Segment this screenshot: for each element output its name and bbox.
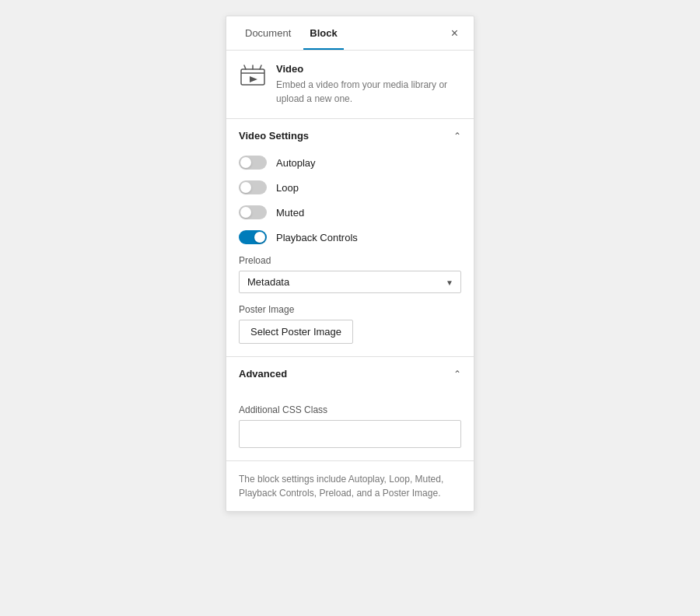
block-desc-text: Embed a video from your media library or… — [276, 78, 461, 106]
video-settings-header[interactable]: Video Settings ⌃ — [226, 119, 474, 152]
playback-controls-label: Playback Controls — [276, 232, 358, 243]
css-class-input[interactable] — [239, 420, 461, 448]
preload-select[interactable]: Metadata Auto None — [239, 271, 461, 293]
video-settings-content: Autoplay Loop Muted — [226, 152, 474, 356]
preload-select-wrapper: Metadata Auto None ▼ — [239, 271, 461, 293]
tab-block[interactable]: Block — [303, 18, 343, 50]
video-settings-title: Video Settings — [239, 130, 309, 142]
tab-document[interactable]: Document — [239, 18, 297, 50]
css-class-group: Additional CSS Class — [239, 404, 461, 448]
loop-row: Loop — [239, 180, 461, 194]
muted-thumb — [240, 207, 251, 218]
close-button[interactable]: × — [448, 24, 461, 43]
muted-toggle[interactable] — [239, 205, 267, 219]
loop-track — [239, 180, 267, 194]
settings-panel: Document Block × Video Embed a video fro… — [226, 16, 474, 512]
css-class-label: Additional CSS Class — [239, 404, 461, 415]
advanced-section: Advanced ⌃ Additional CSS Class — [226, 357, 474, 461]
chevron-up-icon: ⌃ — [453, 131, 461, 142]
block-title: Video — [276, 63, 461, 75]
loop-toggle[interactable] — [239, 180, 267, 194]
playback-controls-row: Playback Controls — [239, 230, 461, 244]
loop-label: Loop — [276, 182, 299, 194]
video-icon — [239, 63, 267, 91]
poster-image-group: Poster Image Select Poster Image — [239, 304, 461, 344]
autoplay-track — [239, 156, 267, 170]
muted-row: Muted — [239, 205, 461, 219]
advanced-header[interactable]: Advanced ⌃ — [226, 357, 474, 390]
video-settings-section: Video Settings ⌃ Autoplay — [226, 119, 474, 357]
svg-marker-1 — [250, 76, 257, 82]
autoplay-toggle[interactable] — [239, 156, 267, 170]
block-info: Video Embed a video from your media libr… — [226, 51, 474, 119]
muted-track — [239, 205, 267, 219]
muted-label: Muted — [276, 207, 304, 219]
tabs-header: Document Block × — [226, 16, 474, 51]
block-description: Video Embed a video from your media libr… — [276, 63, 461, 106]
advanced-chevron-up-icon: ⌃ — [453, 369, 461, 380]
playback-controls-toggle[interactable] — [239, 230, 267, 244]
autoplay-label: Autoplay — [276, 157, 316, 169]
autoplay-thumb — [240, 157, 251, 168]
svg-rect-0 — [241, 69, 264, 85]
poster-image-label: Poster Image — [239, 304, 461, 315]
advanced-content: Additional CSS Class — [226, 390, 474, 460]
loop-thumb — [240, 182, 251, 193]
advanced-title: Advanced — [239, 368, 287, 380]
playback-controls-thumb — [254, 232, 265, 243]
footer-description: The block settings include Autoplay, Loo… — [226, 461, 474, 511]
playback-controls-track — [239, 230, 267, 244]
preload-label: Preload — [239, 255, 461, 266]
autoplay-row: Autoplay — [239, 156, 461, 170]
preload-group: Preload Metadata Auto None ▼ — [239, 255, 461, 293]
select-poster-image-button[interactable]: Select Poster Image — [239, 320, 353, 344]
